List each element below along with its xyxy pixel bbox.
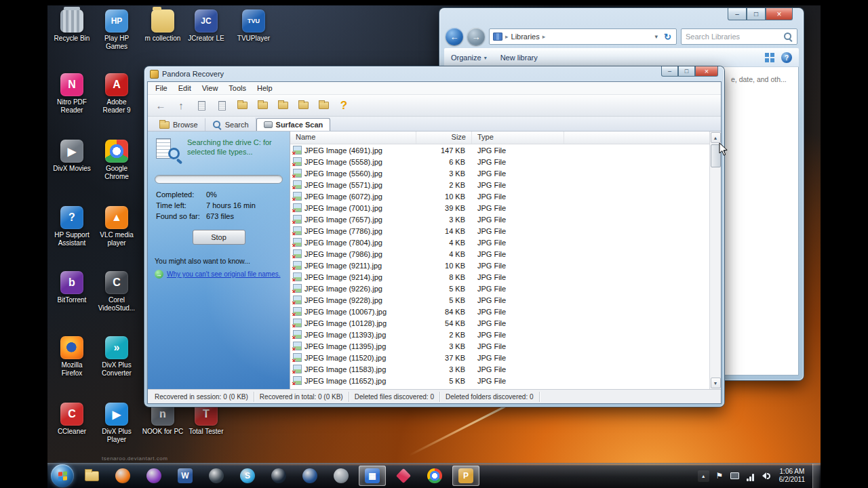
- close-button[interactable]: ×: [695, 66, 718, 77]
- file-row[interactable]: JPEG Image (7986).jpg4 KBJPG File: [290, 248, 709, 260]
- original-filenames-link[interactable]: Why you can't see original file names.: [167, 270, 281, 279]
- windows-explorer-button[interactable]: [78, 466, 105, 486]
- desktop-icon-ccleaner[interactable]: CCCleaner: [50, 403, 94, 436]
- change-view-button[interactable]: [765, 53, 774, 62]
- file-row[interactable]: JPEG Image (11393).jpg2 KBJPG File: [290, 329, 709, 340]
- close-button[interactable]: ×: [766, 8, 793, 20]
- forward-button[interactable]: →: [467, 28, 485, 45]
- file-row[interactable]: JPEG Image (7804).jpg4 KBJPG File: [290, 237, 709, 248]
- maximize-button[interactable]: □: [678, 66, 695, 77]
- new-library-button[interactable]: New library: [500, 54, 538, 62]
- file-row[interactable]: JPEG Image (4691).jpg147 KBJPG File: [290, 144, 709, 156]
- show-hidden-icons-button[interactable]: ▲: [698, 470, 709, 482]
- column-header-name[interactable]: Name: [290, 131, 416, 144]
- view-file-button[interactable]: [193, 97, 210, 115]
- skype-button[interactable]: S: [234, 466, 261, 486]
- file-row[interactable]: JPEG Image (9226).jpg5 KBJPG File: [290, 283, 709, 294]
- file-row[interactable]: JPEG Image (11520).jpg37 KBJPG File: [290, 352, 709, 363]
- show-desktop-button[interactable]: [812, 464, 819, 488]
- column-header-size[interactable]: Size: [416, 131, 472, 144]
- start-button[interactable]: [51, 464, 74, 487]
- organize-menu[interactable]: Organize ▾: [451, 54, 487, 62]
- recover-button[interactable]: [294, 97, 312, 115]
- app-button-navy[interactable]: [296, 466, 323, 486]
- maximize-button[interactable]: □: [747, 8, 766, 20]
- scroll-up-button[interactable]: ▲: [711, 132, 721, 143]
- search-box[interactable]: Search Libraries: [681, 28, 797, 45]
- desktop-icon-corel-videostud[interactable]: CCorel VideoStud...: [95, 271, 138, 312]
- bittorrent-button[interactable]: [140, 466, 167, 486]
- desktop-icon-hp-support-assistant[interactable]: ?HP Support Assistant: [50, 206, 94, 247]
- desktop-icon-play-hp-games[interactable]: HPPlay HP Games: [95, 9, 138, 50]
- explorer-titlebar[interactable]: – □ ×: [444, 8, 799, 25]
- chrome-button[interactable]: [421, 466, 448, 486]
- volume-icon[interactable]: [761, 470, 772, 481]
- desktop-icon-vlc-media-player[interactable]: ▲VLC media player: [95, 206, 138, 247]
- back-button[interactable]: ←: [152, 97, 170, 115]
- file-row[interactable]: JPEG Image (10067).jpg84 KBJPG File: [290, 306, 709, 317]
- file-row[interactable]: JPEG Image (9228).jpg5 KBJPG File: [290, 294, 709, 306]
- desktop[interactable]: tsenaroo.deviantart.com Recycle BinHPPla…: [47, 5, 821, 488]
- minimize-button[interactable]: –: [728, 8, 747, 20]
- desktop-icon-divx-plus-player[interactable]: ▶DivX Plus Player: [95, 403, 138, 443]
- minimize-button[interactable]: –: [661, 66, 678, 77]
- desktop-icon-adobe-reader-9[interactable]: AAdobe Reader 9: [95, 73, 138, 114]
- file-row[interactable]: JPEG Image (5558).jpg6 KBJPG File: [290, 156, 709, 167]
- address-dropdown-icon[interactable]: ▾: [653, 33, 660, 40]
- desktop-icon-mozilla-firefox[interactable]: Mozilla Firefox: [50, 336, 94, 377]
- firefox-button[interactable]: [109, 466, 136, 486]
- pandora-recovery-button[interactable]: P: [452, 466, 479, 486]
- menu-tools[interactable]: Tools: [223, 83, 252, 93]
- menu-help[interactable]: Help: [252, 83, 278, 93]
- file-row[interactable]: JPEG Image (7001).jpg39 KBJPG File: [290, 202, 709, 214]
- desktop-icon-tvuplayer[interactable]: TVUTVUPlayer: [232, 9, 275, 43]
- desktop-icon-bittorrent[interactable]: bBitTorrent: [50, 271, 94, 304]
- file-row[interactable]: JPEG Image (9211).jpg10 KBJPG File: [290, 260, 709, 271]
- scroll-down-button[interactable]: ▼: [711, 378, 721, 388]
- word-button[interactable]: W: [172, 466, 199, 486]
- file-info-button[interactable]: [213, 97, 231, 115]
- desktop-icon-nitro-pdf-reader[interactable]: NNitro PDF Reader: [50, 73, 94, 114]
- network-icon[interactable]: [745, 470, 756, 481]
- menu-edit[interactable]: Edit: [173, 83, 197, 93]
- column-header-type[interactable]: Type: [472, 131, 564, 144]
- media-player-button[interactable]: [328, 466, 355, 486]
- file-row[interactable]: JPEG Image (6072).jpg10 KBJPG File: [290, 190, 709, 202]
- breadcrumb-libraries[interactable]: Libraries: [511, 33, 540, 41]
- file-row[interactable]: JPEG Image (7657).jpg3 KBJPG File: [290, 214, 709, 225]
- clock[interactable]: 1:06 AM 6/2/2011: [776, 468, 808, 485]
- tab-surface-scan[interactable]: Surface Scan: [256, 118, 331, 131]
- search-button[interactable]: [254, 97, 271, 115]
- tab-search[interactable]: Search: [205, 117, 256, 131]
- file-row[interactable]: JPEG Image (5560).jpg3 KBJPG File: [290, 167, 709, 179]
- deep-scan-button[interactable]: [274, 97, 292, 115]
- desktop-icon-recycle-bin[interactable]: Recycle Bin: [50, 9, 94, 43]
- file-row[interactable]: JPEG Image (11395).jpg3 KBJPG File: [290, 340, 709, 352]
- settings-button[interactable]: [315, 97, 332, 115]
- file-row[interactable]: JPEG Image (9214).jpg8 KBJPG File: [290, 271, 709, 283]
- file-row[interactable]: JPEG Image (5571).jpg2 KBJPG File: [290, 179, 709, 190]
- file-row[interactable]: JPEG Image (7786).jpg14 KBJPG File: [290, 225, 709, 237]
- app-button-dark[interactable]: [203, 466, 230, 486]
- file-row[interactable]: JPEG Image (11652).jpg5 KBJPG File: [290, 375, 709, 386]
- menu-file[interactable]: File: [150, 83, 173, 93]
- action-center-flag-icon[interactable]: ⚑: [714, 470, 725, 481]
- desktop-icon-divx-movies[interactable]: ▶DivX Movies: [50, 140, 94, 173]
- pandora-titlebar[interactable]: Pandora Recovery – □ ×: [147, 66, 722, 81]
- tray-monitor-icon[interactable]: [730, 470, 741, 481]
- tab-browse[interactable]: Browse: [152, 118, 205, 131]
- address-bar[interactable]: ▸ Libraries ▸ ▾ ↻: [489, 28, 677, 45]
- active-app-button[interactable]: ▦: [359, 466, 386, 486]
- desktop-icon-google-chrome[interactable]: Google Chrome: [95, 140, 138, 180]
- file-row[interactable]: JPEG Image (11583).jpg3 KBJPG File: [290, 363, 709, 375]
- file-row[interactable]: JPEG Image (10128).jpg54 KBJPG File: [290, 317, 709, 329]
- desktop-icon-total-tester[interactable]: TTotal Tester: [184, 403, 228, 436]
- menu-view[interactable]: View: [197, 83, 224, 93]
- desktop-icon-divx-plus-converter[interactable]: »DivX Plus Converter: [95, 336, 138, 377]
- browse-button[interactable]: [233, 97, 251, 115]
- app-button-red[interactable]: [390, 466, 417, 486]
- desktop-icon-nook-for-pc[interactable]: nNOOK for PC: [141, 403, 184, 436]
- vertical-scrollbar[interactable]: ▲ ▼: [709, 131, 721, 389]
- up-button[interactable]: ↑: [172, 97, 190, 115]
- desktop-icon-jcreator-le[interactable]: JCJCreator LE: [184, 9, 228, 43]
